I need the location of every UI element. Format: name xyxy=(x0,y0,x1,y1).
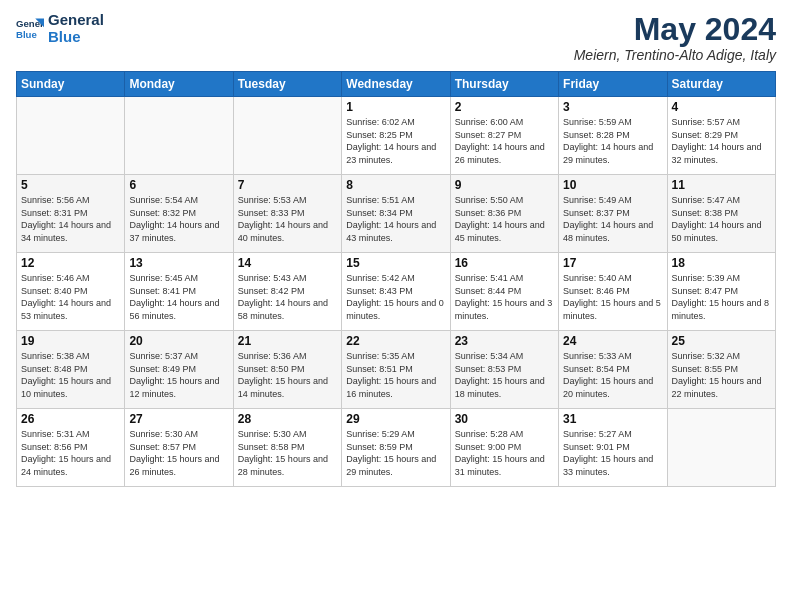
calendar-week-row: 19Sunrise: 5:38 AMSunset: 8:48 PMDayligh… xyxy=(17,331,776,409)
calendar-cell: 8Sunrise: 5:51 AMSunset: 8:34 PMDaylight… xyxy=(342,175,450,253)
day-number: 15 xyxy=(346,256,445,270)
day-header: Wednesday xyxy=(342,72,450,97)
calendar-cell xyxy=(125,97,233,175)
day-info: Sunrise: 5:49 AMSunset: 8:37 PMDaylight:… xyxy=(563,194,662,244)
day-number: 31 xyxy=(563,412,662,426)
calendar-cell: 21Sunrise: 5:36 AMSunset: 8:50 PMDayligh… xyxy=(233,331,341,409)
day-number: 28 xyxy=(238,412,337,426)
day-info: Sunrise: 5:56 AMSunset: 8:31 PMDaylight:… xyxy=(21,194,120,244)
day-info: Sunrise: 5:59 AMSunset: 8:28 PMDaylight:… xyxy=(563,116,662,166)
day-number: 18 xyxy=(672,256,771,270)
calendar-cell: 20Sunrise: 5:37 AMSunset: 8:49 PMDayligh… xyxy=(125,331,233,409)
day-info: Sunrise: 5:40 AMSunset: 8:46 PMDaylight:… xyxy=(563,272,662,322)
calendar-cell: 6Sunrise: 5:54 AMSunset: 8:32 PMDaylight… xyxy=(125,175,233,253)
calendar-cell: 5Sunrise: 5:56 AMSunset: 8:31 PMDaylight… xyxy=(17,175,125,253)
day-number: 11 xyxy=(672,178,771,192)
day-number: 27 xyxy=(129,412,228,426)
calendar-cell: 7Sunrise: 5:53 AMSunset: 8:33 PMDaylight… xyxy=(233,175,341,253)
day-number: 26 xyxy=(21,412,120,426)
logo: General Blue General Blue xyxy=(16,12,104,45)
day-number: 23 xyxy=(455,334,554,348)
calendar-week-row: 12Sunrise: 5:46 AMSunset: 8:40 PMDayligh… xyxy=(17,253,776,331)
month-title: May 2024 xyxy=(574,12,776,47)
day-number: 22 xyxy=(346,334,445,348)
logo-icon: General Blue xyxy=(16,15,44,43)
calendar-cell: 22Sunrise: 5:35 AMSunset: 8:51 PMDayligh… xyxy=(342,331,450,409)
day-info: Sunrise: 5:36 AMSunset: 8:50 PMDaylight:… xyxy=(238,350,337,400)
calendar-cell: 4Sunrise: 5:57 AMSunset: 8:29 PMDaylight… xyxy=(667,97,775,175)
svg-text:Blue: Blue xyxy=(16,28,37,39)
calendar-cell: 2Sunrise: 6:00 AMSunset: 8:27 PMDaylight… xyxy=(450,97,558,175)
day-number: 8 xyxy=(346,178,445,192)
day-info: Sunrise: 5:34 AMSunset: 8:53 PMDaylight:… xyxy=(455,350,554,400)
day-info: Sunrise: 5:38 AMSunset: 8:48 PMDaylight:… xyxy=(21,350,120,400)
calendar-cell: 18Sunrise: 5:39 AMSunset: 8:47 PMDayligh… xyxy=(667,253,775,331)
logo-text-line1: General xyxy=(48,12,104,29)
calendar-cell: 26Sunrise: 5:31 AMSunset: 8:56 PMDayligh… xyxy=(17,409,125,487)
day-header: Monday xyxy=(125,72,233,97)
day-header: Tuesday xyxy=(233,72,341,97)
day-number: 2 xyxy=(455,100,554,114)
day-number: 1 xyxy=(346,100,445,114)
day-number: 7 xyxy=(238,178,337,192)
day-info: Sunrise: 5:28 AMSunset: 9:00 PMDaylight:… xyxy=(455,428,554,478)
day-header: Saturday xyxy=(667,72,775,97)
day-info: Sunrise: 5:41 AMSunset: 8:44 PMDaylight:… xyxy=(455,272,554,322)
day-header: Friday xyxy=(559,72,667,97)
calendar-cell: 14Sunrise: 5:43 AMSunset: 8:42 PMDayligh… xyxy=(233,253,341,331)
calendar-cell: 9Sunrise: 5:50 AMSunset: 8:36 PMDaylight… xyxy=(450,175,558,253)
day-info: Sunrise: 5:27 AMSunset: 9:01 PMDaylight:… xyxy=(563,428,662,478)
day-info: Sunrise: 5:51 AMSunset: 8:34 PMDaylight:… xyxy=(346,194,445,244)
day-info: Sunrise: 5:57 AMSunset: 8:29 PMDaylight:… xyxy=(672,116,771,166)
day-number: 5 xyxy=(21,178,120,192)
day-info: Sunrise: 5:50 AMSunset: 8:36 PMDaylight:… xyxy=(455,194,554,244)
calendar-cell xyxy=(667,409,775,487)
calendar-cell: 24Sunrise: 5:33 AMSunset: 8:54 PMDayligh… xyxy=(559,331,667,409)
day-header: Sunday xyxy=(17,72,125,97)
calendar-cell: 19Sunrise: 5:38 AMSunset: 8:48 PMDayligh… xyxy=(17,331,125,409)
calendar-cell: 3Sunrise: 5:59 AMSunset: 8:28 PMDaylight… xyxy=(559,97,667,175)
day-info: Sunrise: 5:33 AMSunset: 8:54 PMDaylight:… xyxy=(563,350,662,400)
day-number: 4 xyxy=(672,100,771,114)
day-number: 21 xyxy=(238,334,337,348)
day-info: Sunrise: 5:31 AMSunset: 8:56 PMDaylight:… xyxy=(21,428,120,478)
day-number: 17 xyxy=(563,256,662,270)
day-info: Sunrise: 5:53 AMSunset: 8:33 PMDaylight:… xyxy=(238,194,337,244)
day-info: Sunrise: 5:32 AMSunset: 8:55 PMDaylight:… xyxy=(672,350,771,400)
day-number: 30 xyxy=(455,412,554,426)
day-info: Sunrise: 5:54 AMSunset: 8:32 PMDaylight:… xyxy=(129,194,228,244)
title-block: May 2024 Meiern, Trentino-Alto Adige, It… xyxy=(574,12,776,63)
location-title: Meiern, Trentino-Alto Adige, Italy xyxy=(574,47,776,63)
day-number: 25 xyxy=(672,334,771,348)
day-info: Sunrise: 5:35 AMSunset: 8:51 PMDaylight:… xyxy=(346,350,445,400)
day-number: 3 xyxy=(563,100,662,114)
calendar-cell: 29Sunrise: 5:29 AMSunset: 8:59 PMDayligh… xyxy=(342,409,450,487)
calendar-week-row: 5Sunrise: 5:56 AMSunset: 8:31 PMDaylight… xyxy=(17,175,776,253)
day-number: 14 xyxy=(238,256,337,270)
calendar-cell: 25Sunrise: 5:32 AMSunset: 8:55 PMDayligh… xyxy=(667,331,775,409)
calendar-week-row: 1Sunrise: 6:02 AMSunset: 8:25 PMDaylight… xyxy=(17,97,776,175)
page: General Blue General Blue May 2024 Meier… xyxy=(0,0,792,612)
day-info: Sunrise: 5:30 AMSunset: 8:57 PMDaylight:… xyxy=(129,428,228,478)
day-number: 10 xyxy=(563,178,662,192)
days-header-row: SundayMondayTuesdayWednesdayThursdayFrid… xyxy=(17,72,776,97)
day-info: Sunrise: 5:43 AMSunset: 8:42 PMDaylight:… xyxy=(238,272,337,322)
day-header: Thursday xyxy=(450,72,558,97)
calendar-cell: 17Sunrise: 5:40 AMSunset: 8:46 PMDayligh… xyxy=(559,253,667,331)
day-number: 9 xyxy=(455,178,554,192)
day-info: Sunrise: 5:47 AMSunset: 8:38 PMDaylight:… xyxy=(672,194,771,244)
day-number: 20 xyxy=(129,334,228,348)
calendar-cell xyxy=(17,97,125,175)
calendar-cell xyxy=(233,97,341,175)
calendar-cell: 31Sunrise: 5:27 AMSunset: 9:01 PMDayligh… xyxy=(559,409,667,487)
calendar-cell: 23Sunrise: 5:34 AMSunset: 8:53 PMDayligh… xyxy=(450,331,558,409)
day-info: Sunrise: 5:45 AMSunset: 8:41 PMDaylight:… xyxy=(129,272,228,322)
day-number: 29 xyxy=(346,412,445,426)
calendar-cell: 28Sunrise: 5:30 AMSunset: 8:58 PMDayligh… xyxy=(233,409,341,487)
calendar-cell: 13Sunrise: 5:45 AMSunset: 8:41 PMDayligh… xyxy=(125,253,233,331)
calendar-cell: 30Sunrise: 5:28 AMSunset: 9:00 PMDayligh… xyxy=(450,409,558,487)
day-info: Sunrise: 5:42 AMSunset: 8:43 PMDaylight:… xyxy=(346,272,445,322)
day-number: 19 xyxy=(21,334,120,348)
calendar-cell: 12Sunrise: 5:46 AMSunset: 8:40 PMDayligh… xyxy=(17,253,125,331)
day-info: Sunrise: 5:29 AMSunset: 8:59 PMDaylight:… xyxy=(346,428,445,478)
